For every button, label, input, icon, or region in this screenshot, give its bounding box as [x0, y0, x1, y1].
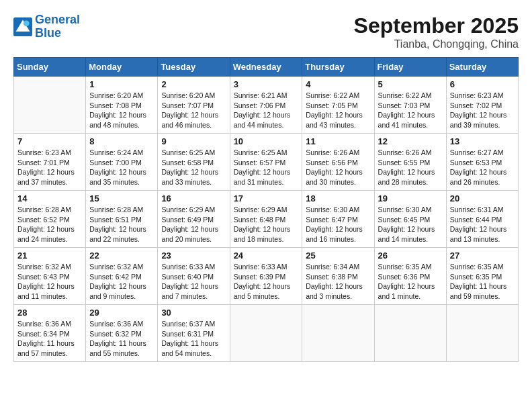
calendar-cell: 16Sunrise: 6:29 AM Sunset: 6:49 PM Dayli… — [158, 191, 230, 248]
day-number: 4 — [306, 79, 370, 89]
weekday-header: Monday — [86, 58, 158, 77]
calendar-cell: 1Sunrise: 6:20 AM Sunset: 7:08 PM Daylig… — [86, 77, 158, 134]
calendar-cell: 14Sunrise: 6:28 AM Sunset: 6:52 PM Dayli… — [14, 191, 86, 248]
day-number: 13 — [450, 136, 515, 146]
day-number: 23 — [161, 250, 226, 261]
calendar-cell: 4Sunrise: 6:22 AM Sunset: 7:05 PM Daylig… — [302, 77, 374, 134]
cell-info: Sunrise: 6:26 AM Sunset: 6:55 PM Dayligh… — [378, 148, 443, 187]
day-number: 21 — [17, 250, 82, 261]
page-header: General Blue September 2025 Tianba, Chon… — [13, 13, 519, 50]
day-number: 20 — [450, 193, 515, 203]
location: Tianba, Chongqing, China — [354, 38, 519, 50]
cell-info: Sunrise: 6:23 AM Sunset: 7:01 PM Dayligh… — [17, 148, 82, 187]
logo: General Blue — [13, 13, 80, 40]
day-number: 19 — [378, 193, 443, 203]
day-number: 28 — [17, 308, 82, 318]
logo-icon — [13, 17, 32, 36]
cell-info: Sunrise: 6:20 AM Sunset: 7:07 PM Dayligh… — [161, 91, 226, 130]
day-number: 22 — [89, 250, 154, 261]
day-number: 26 — [378, 250, 443, 261]
calendar-cell — [230, 305, 302, 362]
day-number: 16 — [161, 193, 226, 203]
day-number: 29 — [89, 308, 154, 318]
calendar-week-row: 14Sunrise: 6:28 AM Sunset: 6:52 PM Dayli… — [14, 191, 519, 248]
calendar-cell: 18Sunrise: 6:30 AM Sunset: 6:47 PM Dayli… — [302, 191, 374, 248]
calendar-cell: 11Sunrise: 6:26 AM Sunset: 6:56 PM Dayli… — [302, 134, 374, 191]
calendar-cell: 10Sunrise: 6:25 AM Sunset: 6:57 PM Dayli… — [230, 134, 302, 191]
calendar-week-row: 21Sunrise: 6:32 AM Sunset: 6:43 PM Dayli… — [14, 248, 519, 305]
cell-info: Sunrise: 6:35 AM Sunset: 6:35 PM Dayligh… — [450, 262, 515, 302]
day-number: 14 — [17, 193, 82, 203]
cell-info: Sunrise: 6:22 AM Sunset: 7:03 PM Dayligh… — [378, 91, 443, 130]
calendar-cell: 21Sunrise: 6:32 AM Sunset: 6:43 PM Dayli… — [14, 248, 86, 305]
calendar-cell: 23Sunrise: 6:33 AM Sunset: 6:40 PM Dayli… — [158, 248, 230, 305]
day-number: 24 — [234, 250, 299, 261]
cell-info: Sunrise: 6:23 AM Sunset: 7:02 PM Dayligh… — [450, 91, 515, 130]
cell-info: Sunrise: 6:22 AM Sunset: 7:05 PM Dayligh… — [306, 91, 370, 130]
day-number: 12 — [378, 136, 443, 146]
cell-info: Sunrise: 6:24 AM Sunset: 7:00 PM Dayligh… — [89, 148, 154, 187]
weekday-header: Friday — [374, 58, 446, 77]
day-number: 17 — [234, 193, 299, 203]
calendar-cell: 24Sunrise: 6:33 AM Sunset: 6:39 PM Dayli… — [230, 248, 302, 305]
cell-info: Sunrise: 6:35 AM Sunset: 6:36 PM Dayligh… — [378, 262, 443, 302]
cell-info: Sunrise: 6:30 AM Sunset: 6:47 PM Dayligh… — [306, 205, 370, 244]
weekday-header: Sunday — [14, 58, 86, 77]
cell-info: Sunrise: 6:30 AM Sunset: 6:45 PM Dayligh… — [378, 205, 443, 244]
day-number: 25 — [306, 250, 370, 261]
day-number: 15 — [89, 193, 154, 203]
weekday-header: Saturday — [446, 58, 518, 77]
cell-info: Sunrise: 6:32 AM Sunset: 6:42 PM Dayligh… — [89, 262, 154, 302]
cell-info: Sunrise: 6:33 AM Sunset: 6:39 PM Dayligh… — [234, 262, 299, 302]
weekday-header: Thursday — [302, 58, 374, 77]
cell-info: Sunrise: 6:29 AM Sunset: 6:48 PM Dayligh… — [234, 205, 299, 244]
weekday-header-row: SundayMondayTuesdayWednesdayThursdayFrid… — [14, 58, 519, 77]
cell-info: Sunrise: 6:32 AM Sunset: 6:43 PM Dayligh… — [17, 262, 82, 302]
calendar-cell: 25Sunrise: 6:34 AM Sunset: 6:38 PM Dayli… — [302, 248, 374, 305]
calendar-cell — [14, 77, 86, 134]
calendar-cell: 8Sunrise: 6:24 AM Sunset: 7:00 PM Daylig… — [86, 134, 158, 191]
calendar-cell: 5Sunrise: 6:22 AM Sunset: 7:03 PM Daylig… — [374, 77, 446, 134]
day-number: 11 — [306, 136, 370, 146]
logo-line2: Blue — [35, 26, 61, 40]
calendar-cell: 28Sunrise: 6:36 AM Sunset: 6:34 PM Dayli… — [14, 305, 86, 362]
cell-info: Sunrise: 6:28 AM Sunset: 6:52 PM Dayligh… — [17, 205, 82, 244]
calendar-cell — [446, 305, 518, 362]
calendar-cell — [374, 305, 446, 362]
day-number: 2 — [161, 79, 226, 89]
day-number: 10 — [234, 136, 299, 146]
cell-info: Sunrise: 6:27 AM Sunset: 6:53 PM Dayligh… — [450, 148, 515, 187]
day-number: 3 — [234, 79, 299, 89]
calendar-week-row: 7Sunrise: 6:23 AM Sunset: 7:01 PM Daylig… — [14, 134, 519, 191]
weekday-header: Tuesday — [158, 58, 230, 77]
day-number: 27 — [450, 250, 515, 261]
day-number: 6 — [450, 79, 515, 89]
day-number: 5 — [378, 79, 443, 89]
logo-line1: General — [35, 13, 80, 26]
calendar-cell: 20Sunrise: 6:31 AM Sunset: 6:44 PM Dayli… — [446, 191, 518, 248]
title-block: September 2025 Tianba, Chongqing, China — [354, 13, 519, 50]
calendar-cell: 29Sunrise: 6:36 AM Sunset: 6:32 PM Dayli… — [86, 305, 158, 362]
cell-info: Sunrise: 6:28 AM Sunset: 6:51 PM Dayligh… — [89, 205, 154, 244]
calendar-cell: 15Sunrise: 6:28 AM Sunset: 6:51 PM Dayli… — [86, 191, 158, 248]
calendar-cell: 2Sunrise: 6:20 AM Sunset: 7:07 PM Daylig… — [158, 77, 230, 134]
calendar-cell: 17Sunrise: 6:29 AM Sunset: 6:48 PM Dayli… — [230, 191, 302, 248]
cell-info: Sunrise: 6:29 AM Sunset: 6:49 PM Dayligh… — [161, 205, 226, 244]
calendar-cell: 19Sunrise: 6:30 AM Sunset: 6:45 PM Dayli… — [374, 191, 446, 248]
day-number: 8 — [89, 136, 154, 146]
day-number: 30 — [161, 308, 226, 318]
day-number: 7 — [17, 136, 82, 146]
cell-info: Sunrise: 6:20 AM Sunset: 7:08 PM Dayligh… — [89, 91, 154, 130]
cell-info: Sunrise: 6:36 AM Sunset: 6:34 PM Dayligh… — [17, 319, 82, 359]
calendar-cell — [302, 305, 374, 362]
calendar-table: SundayMondayTuesdayWednesdayThursdayFrid… — [13, 57, 519, 362]
calendar-cell: 22Sunrise: 6:32 AM Sunset: 6:42 PM Dayli… — [86, 248, 158, 305]
calendar-week-row: 28Sunrise: 6:36 AM Sunset: 6:34 PM Dayli… — [14, 305, 519, 362]
calendar-cell: 7Sunrise: 6:23 AM Sunset: 7:01 PM Daylig… — [14, 134, 86, 191]
calendar-cell: 13Sunrise: 6:27 AM Sunset: 6:53 PM Dayli… — [446, 134, 518, 191]
calendar-cell: 30Sunrise: 6:37 AM Sunset: 6:31 PM Dayli… — [158, 305, 230, 362]
calendar-cell: 3Sunrise: 6:21 AM Sunset: 7:06 PM Daylig… — [230, 77, 302, 134]
calendar-cell: 6Sunrise: 6:23 AM Sunset: 7:02 PM Daylig… — [446, 77, 518, 134]
calendar-cell: 12Sunrise: 6:26 AM Sunset: 6:55 PM Dayli… — [374, 134, 446, 191]
cell-info: Sunrise: 6:31 AM Sunset: 6:44 PM Dayligh… — [450, 205, 515, 244]
